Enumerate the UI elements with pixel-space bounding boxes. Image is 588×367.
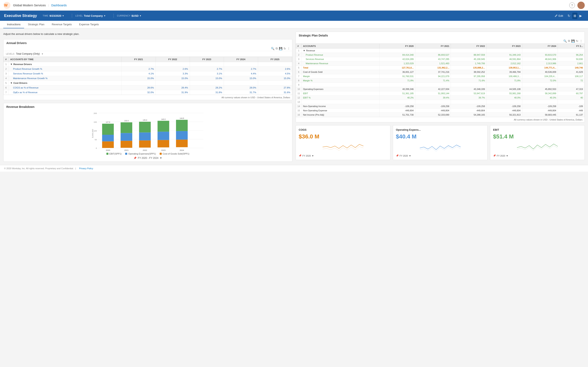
svg-text:150: 150 <box>94 121 97 123</box>
sp-search-icon[interactable]: 🔍 <box>563 39 567 43</box>
workday-logo[interactable]: W <box>3 2 11 9</box>
sp-col-fy2024: FY 2024 <box>522 44 558 49</box>
svg-point-3 <box>578 6 584 9</box>
col-fy2023: FY 2023 <box>190 57 224 62</box>
levels-caret[interactable]: ▼ <box>42 53 43 55</box>
svg-rect-21 <box>121 133 132 141</box>
svg-text:$,000,000: $,000,000 <box>91 129 94 138</box>
legend-cogs: Cost of Goods Sold(SPP1) <box>160 152 190 155</box>
help-icon[interactable]: ? <box>569 2 575 8</box>
svg-rect-15 <box>102 141 114 148</box>
save-icon[interactable]: 💾 <box>279 47 282 50</box>
kpi-cogs-value: $36.0 M <box>299 133 387 140</box>
svg-text:W: W <box>4 3 8 7</box>
tabs-bar: Instructions Strategic Plan Revenue Targ… <box>0 21 588 28</box>
kpi-ebit-period[interactable]: 📌 FY 2020 ▼ <box>493 154 582 157</box>
avatar[interactable] <box>577 2 585 9</box>
reload-icon[interactable]: ↻ <box>284 47 286 50</box>
more-icon[interactable]: ⋮ <box>287 47 290 50</box>
currency-label: CURRENCY <box>117 15 130 17</box>
table-row: 16 Net Income (Pre-Adj) 51,701,730 52,33… <box>296 113 585 117</box>
period-caret: ▼ <box>160 157 162 159</box>
company-name: Global Modern Services <box>13 3 46 7</box>
nav-separator: | <box>48 4 49 7</box>
svg-rect-36 <box>176 131 188 140</box>
kpi-opex-period[interactable]: 📌 FY 2020 ▼ <box>396 154 484 157</box>
dashboards-link[interactable]: Dashboards <box>51 4 67 7</box>
table-row: 2 Product Revenue 84,414,340 86,693,527 … <box>296 53 585 57</box>
tab-instructions[interactable]: Instructions <box>3 21 24 28</box>
video-button[interactable]: ▶ <box>578 13 583 19</box>
svg-rect-32 <box>158 121 169 132</box>
tab-revenue-targets[interactable]: Revenue Targets <box>48 21 75 28</box>
svg-text:2024: 2024 <box>180 149 184 151</box>
table-row: 5 ▼Cost Drivers <box>4 81 292 85</box>
header-divider-2 <box>113 14 114 18</box>
grid-view-button[interactable]: ⊞ <box>572 13 577 19</box>
kpi-ebit-title: EBIT <box>493 128 582 131</box>
chart-container: 0 50 100 150 200 $,000,000 <box>6 110 289 151</box>
level-caret: ▼ <box>104 15 106 17</box>
legend-dot-ebit <box>106 153 108 155</box>
svg-rect-31 <box>158 132 169 140</box>
legend-ebit: EBIT(SPP1) <box>106 152 122 155</box>
privacy-link[interactable]: Privacy Policy <box>79 167 93 170</box>
kpi-pin-icon-3: 📌 <box>493 154 496 157</box>
svg-text:132.0: 132.0 <box>124 120 129 122</box>
level-filter[interactable]: LEVEL Total Company ▼ <box>75 14 106 17</box>
currency-filter[interactable]: CURRENCY $USD ▼ <box>117 14 141 17</box>
table-row: 9 <box>296 83 585 87</box>
svg-text:144.8: 144.8 <box>180 117 184 119</box>
sp-col-fy2021: FY 2021 <box>415 44 451 49</box>
annual-drivers-title: Annual Drivers <box>3 39 292 46</box>
kpi-cards: COGS $36.0 M 📌 FY 2020 ▼ Operating Expen… <box>296 125 585 160</box>
time-filter[interactable]: TIME 9/23/2020 ▼ <box>43 14 64 17</box>
kpi-cogs-title: COGS <box>299 128 387 131</box>
table-row: 14 Non-Operating Income -109,258 -109,25… <box>296 104 585 108</box>
levels-value: Total Company (Only) <box>16 52 40 55</box>
legend-opex: Operating Expenses(SPP1) <box>125 152 156 155</box>
search-icon[interactable]: 🔍 <box>271 47 274 50</box>
table-row: 7 Margin 91,760,531 94,221,079 97,295,95… <box>296 74 585 78</box>
page-title: Executive Strategy <box>4 14 37 18</box>
tab-expense-targets[interactable]: Expense Targets <box>75 21 103 28</box>
sp-copy-icon[interactable]: ⧉ <box>568 39 570 43</box>
time-label: TIME <box>43 15 48 17</box>
sp-col-fy2023: FY 2023 <box>486 44 522 49</box>
sp-col-accounts: ACCOUNTS <box>302 44 380 49</box>
bar-2023: 140.0 2023 <box>158 118 169 151</box>
kpi-ebit-value: $51.4 M <box>493 133 582 140</box>
table-row: 1 ▼Revenue Drivers <box>4 62 292 67</box>
svg-text:0: 0 <box>96 147 97 149</box>
refresh-button[interactable]: ↻ <box>566 13 571 19</box>
svg-rect-22 <box>121 122 132 133</box>
sp-more-icon[interactable]: ⋮ <box>580 39 582 43</box>
sp-col-fy2-more: FY 2... <box>558 44 585 49</box>
edit-button[interactable]: Edit <box>555 14 563 17</box>
sp-currency-note: All currency values shown in USD - Unite… <box>296 117 585 122</box>
bar-2020: 127.8 2020 <box>102 121 114 151</box>
kpi-opex-sparkline <box>396 142 484 152</box>
kpi-opex: Operating Expens... $40.4 M 📌 FY 2020 ▼ <box>393 125 488 160</box>
col-fy2022: FY 2022 <box>156 57 190 62</box>
pin-icon: 📌 <box>134 157 137 159</box>
copy-icon[interactable]: ⧉ <box>276 47 278 50</box>
annual-drivers-table: # ACCOUNTS BY TIME FY 2021 FY 2022 FY 20… <box>3 57 292 95</box>
chart-period[interactable]: 📌 FY 2020 - FY 2024 ▼ <box>6 157 289 159</box>
table-row: 4 Maintenance Revenue 1,323,029 1,521,48… <box>296 61 585 66</box>
table-row: 13 <box>296 100 585 104</box>
table-row: 4 Maintenance Revenue Growth % 15.0% 15.… <box>4 76 292 81</box>
copyright-text: © 2020 Workday, Inc. All rights reserved… <box>4 167 74 170</box>
currency-caret: ▼ <box>139 15 141 17</box>
footer-separator: | <box>75 167 76 170</box>
chart-area: Revenue Breakdown 0 50 100 150 200 $,000… <box>3 103 292 161</box>
tab-strategic-plan[interactable]: Strategic Plan <box>24 21 48 28</box>
sp-col-fy2022: FY 2022 <box>451 44 486 49</box>
annual-drivers-section: Annual Drivers 🔍 ⧉ 💾 ↻ ⋮ LEVELS Total Co… <box>3 39 292 100</box>
kpi-cogs-period[interactable]: 📌 FY 2020 ▼ <box>299 154 387 157</box>
svg-text:2020: 2020 <box>106 149 110 151</box>
sp-save-icon[interactable]: 💾 <box>571 39 575 43</box>
svg-rect-27 <box>139 122 151 132</box>
sp-reload-icon[interactable]: ↻ <box>576 39 579 43</box>
svg-text:100: 100 <box>94 130 97 132</box>
